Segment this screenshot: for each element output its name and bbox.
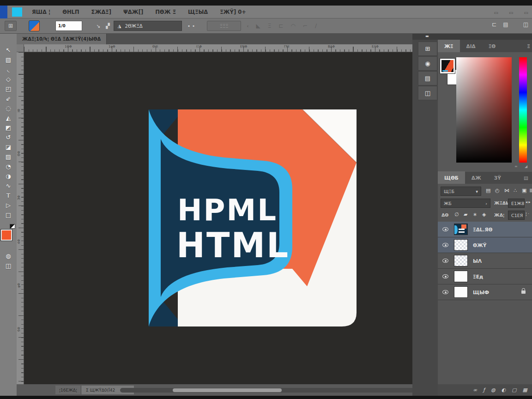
layers-panel-menu-icon[interactable]: ▤ [520,171,532,184]
panel-toggle-icon[interactable]: ⊏ [492,21,496,28]
layer-name[interactable]: ЩЫФ [473,290,489,295]
document-tab[interactable]: ЖΔΞ¦10/Ϟ¦ ΘΞΔ ΞΔЖΞΫ(4)ЫΘΔ [17,34,107,44]
move-tool[interactable]: ↖ [3,46,14,55]
hue-slider[interactable] [519,57,527,163]
layer-thumbnail[interactable] [454,224,468,235]
path-selection-tool[interactable]: ▷ [3,201,14,211]
layer-thumbnail[interactable] [454,271,468,282]
saturation-brightness-field[interactable] [456,57,512,163]
tab-channels[interactable]: ΔЖ [465,171,488,184]
fill-value-box[interactable]: С1ΕЯ [508,211,525,220]
layer-name[interactable]: ΞΕд [473,274,483,279]
filter-mode-icon[interactable]: ⋈ [504,187,509,193]
menu-item-filter[interactable]: ЩΞЫΔ [182,9,214,15]
layer-thumbnail[interactable] [454,255,468,266]
tab-swatches[interactable]: ΔΙΔ [460,40,482,52]
tab-color[interactable]: ЖΞ [438,40,460,52]
visibility-eye-icon[interactable] [442,227,448,231]
camera-panel-button[interactable]: ◉ [418,56,437,71]
default-swatches-icon[interactable] [10,224,15,229]
history-brush-tool[interactable]: ↺ [3,133,14,143]
lock-all-icon[interactable]: ◈ [482,212,486,218]
layer-name[interactable]: ЫΛ [473,258,482,264]
layer-filter-dropdown[interactable]: ЩΞБ ▾ [441,187,481,196]
screen-mode-tool[interactable]: ◫ [3,261,14,271]
blur-tool[interactable]: ◔ [3,162,14,172]
layer-row-4[interactable]: ΞΕд [438,269,532,284]
foreground-color-swatch[interactable] [1,230,12,241]
marquee-tool[interactable]: ▧ [3,55,14,65]
transform-icon[interactable]: ⌐ [303,23,308,29]
panel-resize-icon[interactable]: ◢ [525,164,527,169]
dock-collapse-handle[interactable]: ▬ [425,34,429,38]
lasso-tool[interactable]: ◟ [3,65,14,75]
blend-mode-dropdown[interactable]: ЖБ › [441,199,490,208]
foreground-color-chip[interactable] [440,58,455,74]
healing-tool[interactable]: ◌ [3,104,14,114]
type-tool[interactable]: Τ [3,191,14,201]
stepper-dots[interactable]: • • [187,23,195,29]
menu-item-edit[interactable]: ΘΗLΠ [56,9,85,15]
active-tool-thumbnail[interactable] [29,20,40,31]
menu-item-image[interactable]: ΣЖΔΞ] [85,9,117,15]
slash-icon[interactable]: ∕ [315,23,317,29]
visibility-eye-icon[interactable] [442,259,448,263]
gradient-tool[interactable]: ▨ [3,152,14,162]
minimize-icon[interactable]: ▭ [494,10,498,15]
visibility-eye-icon[interactable] [442,290,448,294]
layer-row-3[interactable]: ЫΛ [438,253,532,269]
layer-name[interactable]: ΘЖΫ [473,242,486,248]
layer-thumbnail[interactable] [454,239,468,251]
filter-kind-icon[interactable]: ▤ [486,187,490,193]
crop-tool[interactable]: ◰ [3,85,14,94]
screen-layout-icon[interactable]: ◫ [523,21,528,28]
new-group-icon[interactable]: ▢ [512,387,516,393]
menu-item-select[interactable]: ΠΘЖ Ξ [149,9,182,15]
zoom-level-box[interactable]: ¦16ΕЖΔ¦ [55,386,81,394]
filter-toggle-icon[interactable]: ≣ [529,187,532,193]
brush-tool[interactable]: ◭ [3,114,14,123]
filter-color-icon[interactable]: ▣ [522,187,526,193]
columns-panel-button[interactable]: ◫ [418,86,437,100]
h-scrollbar-thumb[interactable] [173,388,282,392]
tab-paths[interactable]: ЗΫ [488,171,508,184]
new-layer-icon[interactable]: ▦ [523,387,527,393]
restore-icon[interactable]: ▭ [509,10,513,15]
layer-row-1[interactable]: ΞΔL.ЯΘ [438,222,532,237]
layer-name[interactable]: ΞΔL.ЯΘ [473,227,492,232]
quick-selection-tool[interactable]: ◇ [3,75,14,85]
lock-position-icon[interactable]: ∗ [473,212,477,218]
opacity-value-box[interactable]: Ε1Ж8 [508,199,525,208]
menu-item-layer[interactable]: ΨΔЖ[] [117,9,149,15]
layer-row-2[interactable]: ΘЖΫ [438,237,532,253]
layer-style-fx-icon[interactable]: ƒ [483,387,485,393]
distribute-icon[interactable]: Ξ [268,23,272,29]
shape-tool[interactable]: □ [3,211,14,220]
tool-options-field[interactable]: ◮ 2ΘЖΞΔ [114,21,182,31]
align-icon[interactable]: ◣ [256,23,260,29]
visibility-eye-icon[interactable] [442,243,448,247]
grid-panel-button[interactable]: ⊞ [418,42,437,56]
ruler-origin-box[interactable] [17,44,24,52]
rotate-view-icon[interactable]: ◠ [290,23,295,29]
filter-effect-icon[interactable]: ◴ [495,187,500,193]
boolean-ops-icon[interactable]: ⊏ [278,23,283,29]
fill-stepper[interactable]: ¦ · [526,212,529,216]
tab-partial[interactable]: Ξ [525,40,532,52]
menu-item-view[interactable]: ΞЖΫ] 0+ [214,9,252,15]
eyedropper-tool[interactable]: ⇙ [3,94,14,104]
book-panel-button[interactable]: ▤ [418,71,437,85]
dodge-tool[interactable]: ◑ [3,172,14,181]
clone-stamp-tool[interactable]: ◩ [3,123,14,133]
visibility-eye-icon[interactable] [442,274,448,278]
adjustment-layer-icon[interactable]: ◐ [502,387,506,393]
tool-option-icon-b[interactable]: ▞ [106,23,109,29]
filter-attribute-icon[interactable]: ∴ [514,187,517,193]
close-icon[interactable]: ▭ [524,10,528,15]
tab-styles[interactable]: ΞΘ [482,40,502,52]
link-layers-icon[interactable]: ∞ [473,387,477,393]
eraser-tool[interactable]: ◪ [3,143,14,152]
tab-layers[interactable]: ЩΘБ [438,171,465,184]
lock-pixels-icon[interactable]: ▰ [464,212,467,218]
workspace-icon[interactable]: ▤ [503,21,508,28]
